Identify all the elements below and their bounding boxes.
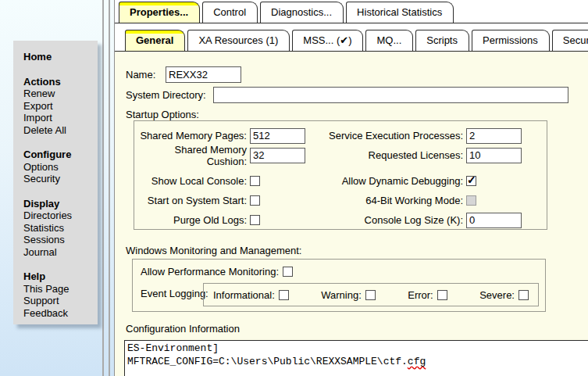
warning-checkbox[interactable] — [365, 290, 376, 300]
sidebar-group-help: Help — [23, 270, 94, 283]
startup-options-label: Startup Options: — [126, 109, 199, 121]
requested-licenses-label: Requested Licenses: — [308, 149, 466, 161]
sidebar-item-this-page[interactable]: This Page — [23, 283, 94, 295]
tab-mss[interactable]: MSS... (✔) — [292, 30, 363, 51]
show-local-console-checkbox[interactable] — [250, 176, 260, 186]
top-tab-bar: Properties... Control Diagnostics... His… — [115, 2, 588, 23]
content-frame: Properties... Control Diagnostics... His… — [114, 0, 588, 376]
sidebar-item-statistics[interactable]: Statistics — [23, 222, 94, 235]
tab-properties[interactable]: Properties... — [119, 2, 200, 23]
sidebar-item-directories[interactable]: Directories — [23, 209, 94, 222]
severe-label: Severe: — [479, 289, 515, 301]
system-directory-input[interactable] — [213, 87, 568, 103]
64-bit-working-mode-checkbox — [466, 195, 476, 206]
sidebar-group-actions: Actions — [23, 76, 94, 88]
allow-dynamic-debugging-label: Allow Dynamic Debugging: — [308, 175, 466, 187]
start-on-system-start-checkbox[interactable] — [250, 195, 260, 206]
requested-licenses-input[interactable] — [466, 148, 522, 163]
sidebar-item-import[interactable]: Import — [23, 112, 94, 124]
error-checkbox[interactable] — [437, 290, 447, 300]
64-bit-working-mode-label: 64-Bit Working Mode: — [308, 195, 466, 206]
name-input[interactable] — [166, 66, 241, 83]
sidebar-item-feedback[interactable]: Feedback — [23, 307, 94, 320]
show-local-console-label: Show Local Console: — [134, 175, 250, 187]
sidebar-item-options[interactable]: Options — [23, 161, 94, 174]
shared-memory-cushion-input[interactable] — [250, 148, 305, 163]
frame-divider — [102, 0, 104, 376]
start-on-system-start-label: Start on System Start: — [134, 195, 250, 206]
tab-historical-statistics[interactable]: Historical Statistics — [346, 2, 454, 23]
tab-xa-resources[interactable]: XA Resources (1) — [187, 30, 290, 51]
configuration-information-label: Configuration Information — [126, 323, 240, 335]
configuration-textarea[interactable]: ES-Environment]MFTRACE_CONFIG=C:\Users\P… — [124, 340, 588, 376]
informational-label: Informational: — [213, 289, 275, 301]
service-execution-processes-input[interactable] — [466, 128, 522, 144]
general-properties-panel: Name: System Directory: Startup Options:… — [115, 52, 588, 376]
shared-memory-pages-input[interactable] — [250, 128, 305, 144]
sidebar-item-delete-all[interactable]: Delete All — [23, 124, 94, 137]
shared-memory-pages-label: Shared Memory Pages: — [134, 130, 250, 141]
sidebar-panel: Home Actions Renew Export Import Delete … — [13, 41, 98, 324]
system-directory-label: System Directory: — [126, 89, 206, 102]
purge-old-logs-label: Purge Old Logs: — [134, 214, 250, 226]
tab-mq[interactable]: MQ... — [365, 30, 413, 51]
misspelled-word: cfg — [408, 356, 426, 367]
allow-performance-monitoring-label: Allow Performance Monitoring: — [141, 266, 279, 278]
windows-monitoring-label: Windows Monitoring and Management: — [126, 245, 301, 257]
startup-options-fieldset: Shared Memory Pages: Service Execution P… — [134, 120, 547, 230]
sidebar-item-export[interactable]: Export — [23, 100, 94, 113]
sidebar-item-sessions[interactable]: Sessions — [23, 234, 94, 246]
console-log-size-input[interactable] — [466, 213, 522, 228]
service-execution-processes-label: Service Execution Processes: — [308, 130, 466, 141]
warning-label: Warning: — [321, 289, 362, 301]
sidebar-item-journal[interactable]: Journal — [23, 246, 94, 259]
tab-general[interactable]: General — [125, 30, 185, 51]
sidebar-item-home[interactable]: Home — [23, 51, 94, 63]
sidebar-item-support[interactable]: Support — [23, 295, 94, 307]
allow-dynamic-debugging-checkbox[interactable] — [466, 176, 476, 186]
tab-control[interactable]: Control — [202, 2, 258, 23]
config-line-2: MFTRACE_CONFIG=C:\Users\Public\REXXSAMPL… — [127, 356, 426, 367]
sidebar-group-configure: Configure — [23, 149, 94, 161]
purge-old-logs-checkbox[interactable] — [250, 215, 260, 225]
allow-performance-monitoring-checkbox[interactable] — [283, 267, 293, 277]
sub-tab-bar: General XA Resources (1) MSS... (✔) MQ..… — [115, 30, 588, 52]
severe-checkbox[interactable] — [519, 290, 529, 300]
shared-memory-cushion-label: Shared Memory Cushion: — [134, 144, 250, 167]
config-line-1: ES-Environment] — [127, 342, 219, 354]
name-label: Name: — [126, 69, 155, 81]
informational-checkbox[interactable] — [279, 290, 289, 300]
sidebar-group-display: Display — [23, 198, 94, 210]
sidebar-item-security[interactable]: Security — [23, 173, 94, 185]
event-logging-label: Event Logging: — [141, 288, 208, 300]
monitoring-fieldset: Allow Performance Monitoring: Event Logg… — [132, 259, 546, 312]
console-log-size-label: Console Log Size (K): — [308, 214, 466, 226]
tab-security[interactable]: Security — [552, 30, 588, 51]
sidebar-item-renew[interactable]: Renew — [23, 88, 94, 100]
event-logging-fieldset: Informational: Warning: Error: Severe: — [203, 283, 539, 306]
tab-scripts[interactable]: Scripts — [415, 30, 469, 51]
error-label: Error: — [408, 289, 433, 301]
frame-divider — [109, 0, 110, 376]
tab-diagnostics[interactable]: Diagnostics... — [260, 2, 344, 23]
tab-permissions[interactable]: Permissions — [472, 30, 550, 51]
